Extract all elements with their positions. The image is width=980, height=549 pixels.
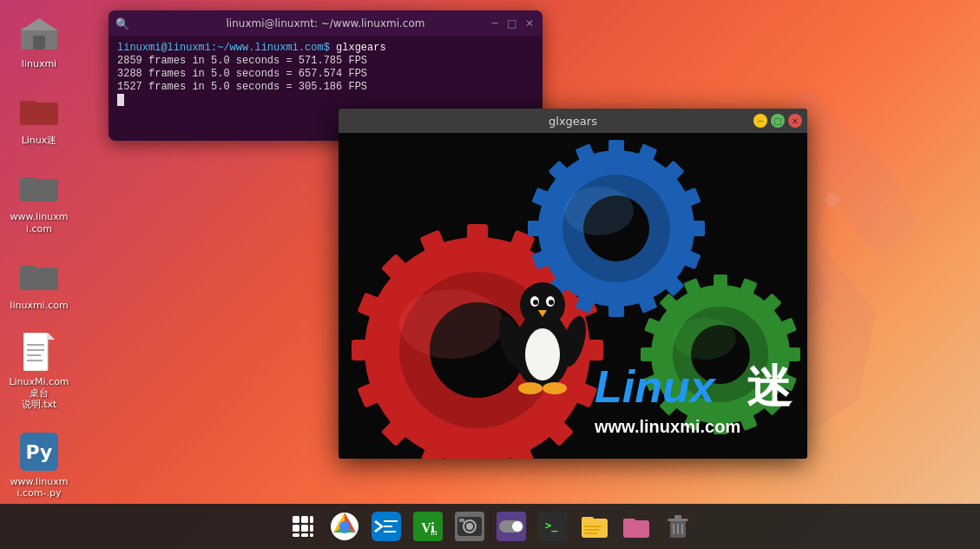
terminal-prompt-line: linuxmi@linuxmi:~/www.linuxmi.com$ glxge… bbox=[117, 42, 534, 54]
terminal-output-line-1: 2859 frames in 5.0 seconds = 571.785 FPS bbox=[117, 55, 534, 67]
svg-rect-31 bbox=[352, 340, 378, 360]
terminal-maximize-button[interactable]: □ bbox=[506, 17, 518, 30]
svg-rect-69 bbox=[714, 274, 727, 292]
taskbar-screenshot-button[interactable] bbox=[452, 509, 487, 544]
svg-text:>_: >_ bbox=[545, 519, 558, 532]
svg-rect-29 bbox=[467, 224, 488, 250]
svg-rect-131 bbox=[584, 529, 600, 531]
svg-text:m: m bbox=[431, 527, 437, 537]
svg-rect-103 bbox=[301, 516, 308, 523]
glxgears-titlebar: glxgears ─ □ ✕ bbox=[339, 109, 807, 133]
svg-rect-17 bbox=[23, 333, 48, 371]
terminal-output-line-3: 1527 frames in 5.0 seconds = 305.186 FPS bbox=[117, 81, 534, 93]
taskbar-apps-grid-button[interactable] bbox=[286, 509, 320, 544]
svg-rect-16 bbox=[20, 266, 36, 273]
svg-point-95 bbox=[518, 382, 543, 394]
svg-rect-132 bbox=[584, 532, 598, 534]
terminal-controls: ─ □ ✕ bbox=[489, 17, 536, 30]
taskbar-vim-button[interactable]: Vi m bbox=[411, 509, 445, 544]
terminal-search-icon: 🔍 bbox=[115, 17, 129, 30]
svg-point-66 bbox=[564, 187, 634, 235]
terminal-cursor bbox=[117, 94, 124, 106]
desktop-icon-label: LinuxMi.com桌台说明.txt bbox=[9, 376, 69, 411]
svg-text:www.linuxmi.com: www.linuxmi.com bbox=[594, 417, 740, 436]
svg-rect-71 bbox=[641, 347, 658, 361]
red-folder-icon bbox=[18, 89, 60, 131]
taskbar: Vi m >_ bbox=[0, 504, 980, 549]
svg-point-121 bbox=[466, 523, 473, 530]
taskbar-vscode-button[interactable] bbox=[369, 509, 404, 544]
svg-rect-51 bbox=[528, 221, 547, 236]
svg-rect-72 bbox=[783, 347, 800, 361]
svg-text:Py: Py bbox=[26, 441, 53, 463]
taskbar-settings-button[interactable] bbox=[494, 509, 529, 544]
svg-rect-110 bbox=[310, 533, 313, 537]
terminal-minimize-button[interactable]: ─ bbox=[489, 17, 501, 30]
svg-marker-19 bbox=[48, 333, 55, 340]
desktop-icon-label: www.linuxmi.com-.py bbox=[9, 476, 69, 499]
dark-folder-icon bbox=[18, 166, 60, 208]
desktop-icon-label: Linux迷 bbox=[22, 135, 57, 146]
svg-point-6 bbox=[825, 193, 839, 207]
svg-point-88 bbox=[525, 328, 560, 380]
desktop-icon-label: linuxmi.com bbox=[10, 300, 68, 311]
python-file-icon: Py bbox=[18, 431, 60, 473]
svg-rect-12 bbox=[20, 101, 36, 108]
svg-rect-49 bbox=[608, 140, 624, 159]
taskbar-pink-folder-button[interactable] bbox=[619, 509, 654, 544]
svg-point-93 bbox=[549, 300, 554, 305]
svg-rect-109 bbox=[301, 533, 308, 537]
taskbar-trash-button[interactable] bbox=[661, 509, 695, 544]
text-file-icon bbox=[18, 331, 60, 373]
svg-point-125 bbox=[512, 521, 523, 532]
svg-text:迷: 迷 bbox=[747, 361, 793, 412]
terminal-titlebar: 🔍 linuxmi@linuxmt: ~/www.linuxmi.com ─ □… bbox=[109, 10, 543, 36]
svg-rect-137 bbox=[674, 515, 681, 519]
svg-point-86 bbox=[674, 318, 736, 360]
svg-point-113 bbox=[339, 521, 350, 532]
taskbar-files-button[interactable] bbox=[577, 509, 612, 544]
dark-folder2-icon bbox=[18, 255, 60, 296]
svg-point-89 bbox=[520, 282, 565, 327]
desktop-icon-linuxmi-folder[interactable]: Linux迷 bbox=[4, 85, 74, 150]
glxgears-window[interactable]: glxgears ─ □ ✕ bbox=[339, 109, 807, 459]
gears-svg: Linux 迷 www.linuxmi.com bbox=[339, 133, 807, 459]
desktop-icons-panel: linuxmi Linux迷 www.linuxmi.com l bbox=[0, 0, 78, 506]
taskbar-terminal-button[interactable]: >_ bbox=[536, 509, 570, 544]
svg-point-46 bbox=[399, 289, 503, 359]
svg-rect-10 bbox=[33, 36, 45, 50]
desktop-icon-py[interactable]: Py www.linuxmi.com-.py bbox=[4, 427, 74, 503]
terminal-cursor-line bbox=[117, 94, 534, 106]
svg-rect-108 bbox=[293, 533, 299, 537]
svg-rect-105 bbox=[293, 525, 299, 532]
desktop-icon-linuxmi-home[interactable]: linuxmi bbox=[4, 9, 74, 74]
svg-rect-50 bbox=[608, 298, 624, 317]
svg-rect-106 bbox=[301, 525, 308, 532]
glxgears-close-button[interactable]: ✕ bbox=[788, 114, 802, 128]
desktop-icon-label: linuxmi bbox=[22, 58, 56, 69]
svg-point-96 bbox=[543, 382, 567, 394]
desktop-icon-www[interactable]: www.linuxmi.com bbox=[4, 162, 74, 238]
svg-rect-122 bbox=[459, 519, 464, 522]
gears-canvas: Linux 迷 www.linuxmi.com bbox=[339, 133, 807, 459]
terminal-close-button[interactable]: ✕ bbox=[523, 17, 536, 30]
terminal-output-line-2: 3288 frames in 5.0 seconds = 657.574 FPS bbox=[117, 68, 534, 80]
taskbar-chrome-button[interactable] bbox=[327, 509, 362, 544]
svg-rect-130 bbox=[584, 526, 602, 527]
svg-rect-30 bbox=[467, 450, 488, 459]
home-folder-icon bbox=[18, 13, 60, 55]
svg-rect-102 bbox=[293, 516, 299, 523]
desktop-icon-linuxmi-local[interactable]: linuxmi.com bbox=[4, 250, 74, 315]
glxgears-controls: ─ □ ✕ bbox=[753, 114, 802, 128]
svg-rect-52 bbox=[686, 221, 705, 236]
svg-rect-134 bbox=[623, 519, 635, 526]
terminal-title: linuxmi@linuxmt: ~/www.linuxmi.com bbox=[227, 17, 425, 30]
glxgears-minimize-button[interactable]: ─ bbox=[753, 114, 767, 128]
svg-rect-104 bbox=[310, 516, 313, 523]
svg-point-92 bbox=[533, 300, 538, 305]
svg-rect-129 bbox=[582, 517, 594, 524]
desktop-icon-txt[interactable]: LinuxMi.com桌台说明.txt bbox=[4, 327, 74, 415]
glxgears-maximize-button[interactable]: □ bbox=[771, 114, 785, 128]
svg-marker-9 bbox=[21, 18, 57, 30]
desktop-icon-label: www.linuxmi.com bbox=[9, 211, 69, 234]
